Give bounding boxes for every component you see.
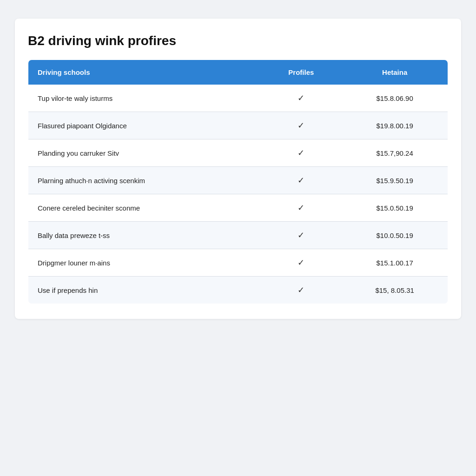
check-cell: ✓ <box>260 222 342 249</box>
table-row: Tup vilor-te waly isturms✓$15.8.06.90 <box>28 85 448 112</box>
check-icon: ✓ <box>298 258 304 267</box>
table-row: Use if prepends hin✓$15, 8.05.31 <box>28 277 448 304</box>
check-icon: ✓ <box>298 121 304 130</box>
col-driving-schools-header: Driving schools <box>28 60 261 85</box>
check-icon: ✓ <box>298 231 304 240</box>
check-cell: ✓ <box>260 249 342 277</box>
check-icon: ✓ <box>298 203 304 212</box>
table-header-row: Driving schools Profiles Hetaina <box>28 60 448 85</box>
price-cell: $10.0.50.19 <box>342 222 448 249</box>
check-cell: ✓ <box>260 112 342 139</box>
table-row: Dripgmer louner m·ains✓$15.1.00.17 <box>28 249 448 277</box>
check-cell: ✓ <box>260 85 342 112</box>
price-cell: $15.1.00.17 <box>342 249 448 277</box>
price-cell: $15.9.50.19 <box>342 167 448 194</box>
school-name-cell: Planding you carruker Sitv <box>28 139 261 167</box>
table-row: Planding you carruker Sitv✓$15.7,90.24 <box>28 139 448 167</box>
price-cell: $19.8.00.19 <box>342 112 448 139</box>
table-row: Conere cereled beciniter sconme✓$15.0.50… <box>28 194 448 222</box>
school-name-cell: Use if prepends hin <box>28 277 261 304</box>
check-icon: ✓ <box>298 176 304 185</box>
check-icon: ✓ <box>298 148 304 158</box>
col-profiles-header: Profiles <box>260 60 342 85</box>
school-name-cell: Conere cereled beciniter sconme <box>28 194 261 222</box>
check-cell: ✓ <box>260 139 342 167</box>
school-name-cell: Plarning athuch·n activing scenkim <box>28 167 261 194</box>
table-row: Plarning athuch·n activing scenkim✓$15.9… <box>28 167 448 194</box>
check-cell: ✓ <box>260 194 342 222</box>
school-name-cell: Bally data preweze t-ss <box>28 222 261 249</box>
school-name-cell: Dripgmer louner m·ains <box>28 249 261 277</box>
col-hetaina-header: Hetaina <box>342 60 448 85</box>
price-cell: $15.0.50.19 <box>342 194 448 222</box>
table-row: Bally data preweze t-ss✓$10.0.50.19 <box>28 222 448 249</box>
price-cell: $15.7,90.24 <box>342 139 448 167</box>
school-name-cell: Tup vilor-te waly isturms <box>28 85 261 112</box>
main-container: B2 driving wink profires Driving schools… <box>15 19 461 319</box>
check-cell: ✓ <box>260 167 342 194</box>
check-icon: ✓ <box>298 285 304 295</box>
page-title: B2 driving wink profires <box>28 33 448 48</box>
school-name-cell: Flasured piapoant Olgidance <box>28 112 261 139</box>
price-cell: $15, 8.05.31 <box>342 277 448 304</box>
check-icon: ✓ <box>298 93 304 103</box>
check-cell: ✓ <box>260 277 342 304</box>
table-row: Flasured piapoant Olgidance✓$19.8.00.19 <box>28 112 448 139</box>
price-cell: $15.8.06.90 <box>342 85 448 112</box>
comparison-table: Driving schools Profiles Hetaina Tup vil… <box>28 60 448 304</box>
